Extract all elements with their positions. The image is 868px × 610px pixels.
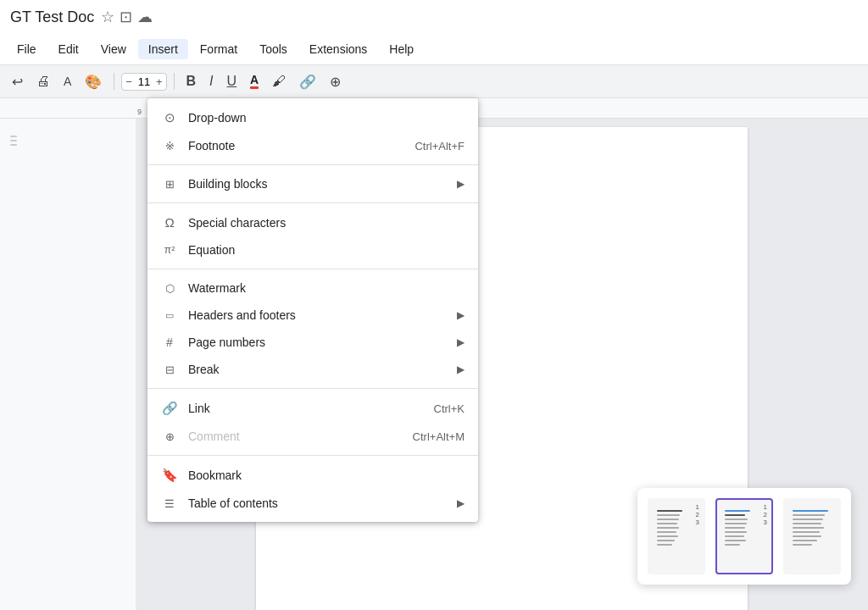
menu-tools[interactable]: Tools — [249, 39, 298, 59]
special-chars-label: Special characters — [188, 216, 465, 230]
footnote-shortcut: Ctrl+Alt+F — [415, 140, 465, 152]
spellcheck-button[interactable]: A — [58, 71, 76, 92]
highlight-button[interactable]: 🖌 — [267, 70, 291, 92]
font-size-increase[interactable]: + — [156, 75, 163, 88]
comment-shortcut: Ctrl+Alt+M — [413, 430, 465, 443]
watermark-icon: ⬡ — [161, 282, 178, 295]
dropdown-label: Drop-down — [188, 111, 465, 125]
insert-menu-section-5: 🔗 Link Ctrl+K ⊕ Comment Ctrl+Alt+M — [147, 392, 478, 452]
outline-line — [10, 140, 17, 141]
page-numbers-arrow: ▶ — [457, 336, 465, 348]
menu-extensions[interactable]: Extensions — [299, 39, 377, 59]
insert-footnote-item[interactable]: ※ Footnote Ctrl+Alt+F — [147, 132, 478, 159]
building-blocks-icon: ⊞ — [161, 178, 178, 191]
break-label: Break — [188, 363, 447, 376]
insert-watermark-item[interactable]: ⬡ Watermark — [147, 274, 478, 302]
bookmark-label: Bookmark — [188, 469, 465, 482]
link-toolbar-button[interactable]: 🔗 — [294, 70, 321, 93]
star-icon[interactable]: ☆ — [101, 8, 114, 26]
insert-comment-item: ⊕ Comment Ctrl+Alt+M — [147, 423, 478, 450]
divider-5 — [147, 455, 478, 456]
folder-icon[interactable]: ⊡ — [120, 8, 132, 26]
insert-menu-section-6: 🔖 Bookmark ☰ Table of contents ▶ — [147, 459, 478, 518]
insert-menu-dropdown: ⊙ Drop-down ※ Footnote Ctrl+Alt+F ⊞ Buil… — [147, 98, 478, 522]
font-size-value[interactable]: 11 — [134, 75, 154, 88]
link-icon: 🔗 — [161, 401, 178, 416]
toc-icon: ☰ — [161, 497, 178, 510]
divider-1 — [147, 164, 478, 165]
insert-special-chars-item[interactable]: Ω Special characters — [147, 208, 478, 236]
headers-footers-icon: ▭ — [161, 310, 178, 321]
font-size-decrease[interactable]: − — [125, 75, 132, 88]
special-chars-icon: Ω — [161, 215, 178, 230]
insert-equation-item[interactable]: π² Equation — [147, 236, 478, 263]
link-label: Link — [188, 402, 424, 415]
page-numbers-icon: # — [161, 336, 178, 349]
add-button[interactable]: ⊕ — [325, 70, 346, 93]
menu-file[interactable]: File — [7, 39, 47, 59]
paint-format-button[interactable]: 🎨 — [80, 70, 107, 93]
sidebar-outline — [10, 136, 17, 146]
comment-icon: ⊕ — [161, 430, 178, 443]
insert-dropdown-item[interactable]: ⊙ Drop-down — [147, 103, 478, 132]
divider-2 — [147, 202, 478, 203]
thumbnail-left-align[interactable]: 123 — [648, 498, 705, 574]
toolbar-sep-2 — [174, 73, 175, 90]
toolbar: ↩ 🖨 A 🎨 − 11 + B I U A 🖌 🔗 ⊕ — [0, 64, 868, 98]
outline-line — [10, 136, 17, 137]
thumbnail-center-align[interactable]: 123 — [715, 498, 773, 574]
comment-label: Comment — [188, 430, 403, 443]
insert-building-blocks-item[interactable]: ⊞ Building blocks ▶ — [147, 170, 478, 197]
menu-bar: File Edit View Insert Format Tools Exten… — [0, 34, 868, 64]
toolbar-sep-1 — [114, 73, 114, 90]
toc-label: Table of contents — [188, 496, 447, 510]
insert-break-item[interactable]: ⊟ Break ▶ — [147, 356, 478, 383]
outline-line — [10, 144, 17, 146]
thumbnail-preview: 123 123 — [637, 488, 851, 585]
insert-toc-item[interactable]: ☰ Table of contents ▶ — [147, 490, 478, 517]
cloud-icon[interactable]: ☁ — [137, 8, 153, 26]
menu-help[interactable]: Help — [379, 39, 424, 59]
insert-bookmark-item[interactable]: 🔖 Bookmark — [147, 461, 478, 490]
menu-insert[interactable]: Insert — [138, 39, 188, 59]
equation-label: Equation — [188, 243, 465, 257]
insert-menu-section-1: ⊙ Drop-down ※ Footnote Ctrl+Alt+F — [147, 102, 478, 161]
divider-4 — [147, 388, 478, 389]
text-color-button[interactable]: A — [245, 70, 264, 92]
insert-menu-section-2: ⊞ Building blocks ▶ — [147, 169, 478, 199]
link-shortcut: Ctrl+K — [434, 402, 465, 415]
headers-footers-arrow: ▶ — [457, 309, 465, 321]
dropdown-icon: ⊙ — [161, 110, 178, 125]
footnote-label: Footnote — [188, 139, 404, 152]
divider-3 — [147, 269, 478, 269]
menu-format[interactable]: Format — [190, 39, 248, 59]
title-bar: GT Test Doc ☆ ⊡ ☁ — [0, 0, 868, 34]
title-icons: ☆ ⊡ ☁ — [101, 8, 153, 26]
menu-edit[interactable]: Edit — [48, 39, 89, 59]
insert-headers-footers-item[interactable]: ▭ Headers and footers ▶ — [147, 302, 478, 329]
left-sidebar — [0, 119, 136, 610]
footnote-icon: ※ — [161, 140, 178, 152]
italic-button[interactable]: I — [204, 70, 218, 92]
insert-menu-section-3: Ω Special characters π² Equation — [147, 207, 478, 265]
insert-page-numbers-item[interactable]: # Page numbers ▶ — [147, 329, 478, 356]
document-title[interactable]: GT Test Doc — [10, 8, 94, 26]
menu-view[interactable]: View — [91, 39, 136, 59]
underline-button[interactable]: U — [222, 70, 242, 92]
thumbnail-right-align[interactable] — [783, 498, 841, 574]
break-icon: ⊟ — [161, 363, 178, 376]
font-size-control[interactable]: − 11 + — [121, 73, 166, 91]
break-arrow: ▶ — [457, 363, 465, 375]
undo-button[interactable]: ↩ — [7, 70, 28, 93]
toc-arrow: ▶ — [457, 497, 465, 509]
bookmark-icon: 🔖 — [161, 468, 178, 483]
insert-link-item[interactable]: 🔗 Link Ctrl+K — [147, 394, 478, 423]
building-blocks-arrow: ▶ — [457, 178, 465, 190]
print-button[interactable]: 🖨 — [31, 70, 55, 92]
watermark-label: Watermark — [188, 281, 465, 295]
equation-icon: π² — [161, 244, 178, 256]
page-numbers-label: Page numbers — [188, 336, 447, 349]
insert-menu-section-4: ⬡ Watermark ▭ Headers and footers ▶ # Pa… — [147, 273, 478, 385]
bold-button[interactable]: B — [181, 70, 202, 92]
headers-footers-label: Headers and footers — [188, 308, 447, 322]
